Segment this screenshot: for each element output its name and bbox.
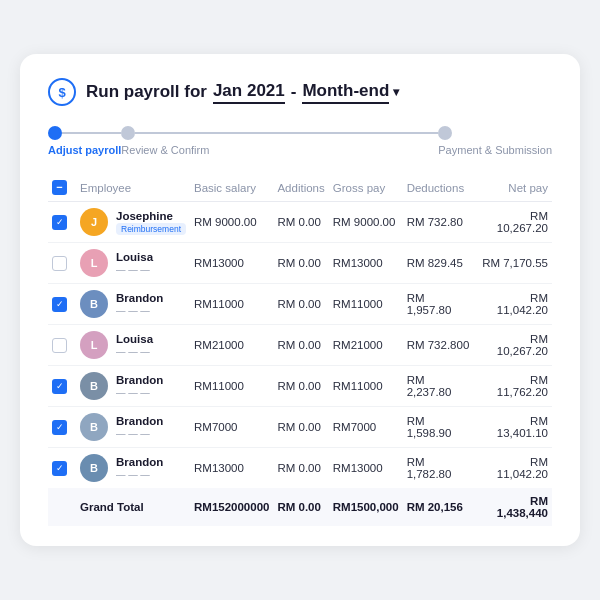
step-3: Payment & Submission: [438, 126, 552, 156]
additions-2: RM 0.00: [273, 284, 328, 325]
col-basic: Basic salary: [190, 174, 273, 202]
avatar: L: [80, 249, 108, 277]
employee-name: Louisa: [116, 251, 153, 263]
deductions-0: RM 732.80: [403, 202, 476, 243]
row-checkbox-2[interactable]: ✓: [48, 284, 76, 325]
col-employee: Employee: [76, 174, 190, 202]
net-pay-4: RM 11,762.20: [475, 366, 552, 407]
app-logo-icon: $: [48, 78, 76, 106]
table-row: ✓ B Brandon — — — RM11000RM 0.00RM11000R…: [48, 284, 552, 325]
employee-subtitle: — — —: [116, 469, 150, 480]
avatar: B: [80, 372, 108, 400]
table-header: − Employee Basic salary Additions Gross …: [48, 174, 552, 202]
employee-name: Louisa: [116, 333, 153, 345]
employee-cell-5: B Brandon — — —: [76, 407, 190, 448]
col-gross: Gross pay: [329, 174, 403, 202]
employee-name: Josephine: [116, 210, 186, 222]
select-all-checkbox[interactable]: −: [52, 180, 67, 195]
gross-pay-6: RM13000: [329, 448, 403, 489]
step-3-dot: [438, 126, 452, 140]
row-checkbox-3[interactable]: [48, 325, 76, 366]
basic-salary-6: RM13000: [190, 448, 273, 489]
checkbox-checked[interactable]: ✓: [52, 461, 67, 476]
row-checkbox-5[interactable]: ✓: [48, 407, 76, 448]
footer-additions: RM 0.00: [273, 488, 328, 526]
net-pay-3: RM 10,267.20: [475, 325, 552, 366]
additions-6: RM 0.00: [273, 448, 328, 489]
additions-3: RM 0.00: [273, 325, 328, 366]
additions-4: RM 0.00: [273, 366, 328, 407]
table-row: ✓ B Brandon — — — RM7000RM 0.00RM7000RM …: [48, 407, 552, 448]
header: $ Run payroll for Jan 2021 - Month-end ▾: [48, 78, 552, 106]
employee-subtitle: — — —: [116, 264, 150, 275]
employee-subtitle: — — —: [116, 428, 150, 439]
deductions-5: RM 1,598.90: [403, 407, 476, 448]
checkbox-checked[interactable]: ✓: [52, 420, 67, 435]
deductions-3: RM 732.800: [403, 325, 476, 366]
col-checkbox: −: [48, 174, 76, 202]
svg-text:$: $: [58, 85, 66, 100]
table-row: L Louisa — — — RM13000RM 0.00RM13000RM 8…: [48, 243, 552, 284]
reimbursement-badge: Reimbursement: [116, 223, 186, 235]
employee-cell-6: B Brandon — — —: [76, 448, 190, 489]
net-pay-2: RM 11,042.20: [475, 284, 552, 325]
step-2-dot: [121, 126, 135, 140]
table-row: ✓ B Brandon — — — RM11000RM 0.00RM11000R…: [48, 366, 552, 407]
checkbox-unchecked[interactable]: [52, 256, 67, 271]
table-body: ✓ J Josephine Reimbursement RM 9000.00RM…: [48, 202, 552, 489]
table-row: ✓ J Josephine Reimbursement RM 9000.00RM…: [48, 202, 552, 243]
table-row: L Louisa — — — RM21000RM 0.00RM21000RM 7…: [48, 325, 552, 366]
col-net: Net pay: [475, 174, 552, 202]
row-checkbox-6[interactable]: ✓: [48, 448, 76, 489]
step-1-label: Adjust payroll: [48, 144, 121, 156]
employee-name: Brandon: [116, 292, 163, 304]
table-row: ✓ B Brandon — — — RM13000RM 0.00RM13000R…: [48, 448, 552, 489]
deductions-4: RM 2,237.80: [403, 366, 476, 407]
gross-pay-5: RM7000: [329, 407, 403, 448]
gross-pay-4: RM11000: [329, 366, 403, 407]
checkbox-checked[interactable]: ✓: [52, 215, 67, 230]
checkbox-unchecked[interactable]: [52, 338, 67, 353]
deductions-6: RM 1,782.80: [403, 448, 476, 489]
row-checkbox-0[interactable]: ✓: [48, 202, 76, 243]
steps-progress: Adjust payroll Review & Confirm Payment …: [48, 126, 552, 156]
employee-subtitle: — — —: [116, 305, 150, 316]
footer-empty-cb: [48, 488, 76, 526]
gross-pay-3: RM21000: [329, 325, 403, 366]
step-1-dot: [48, 126, 62, 140]
period-type-dropdown-icon[interactable]: ▾: [393, 85, 399, 99]
period-selector[interactable]: Jan 2021: [213, 81, 285, 104]
avatar: B: [80, 290, 108, 318]
checkbox-checked[interactable]: ✓: [52, 379, 67, 394]
footer-net: RM 1,438,440: [475, 488, 552, 526]
title-prefix: Run payroll for: [86, 82, 207, 102]
footer-label: Grand Total: [76, 488, 190, 526]
footer-gross: RM1500,000: [329, 488, 403, 526]
employee-name: Brandon: [116, 374, 163, 386]
avatar: B: [80, 413, 108, 441]
net-pay-0: RM 10,267.20: [475, 202, 552, 243]
row-checkbox-4[interactable]: ✓: [48, 366, 76, 407]
additions-5: RM 0.00: [273, 407, 328, 448]
step-2: Review & Confirm: [121, 126, 438, 156]
basic-salary-0: RM 9000.00: [190, 202, 273, 243]
employee-cell-3: L Louisa — — —: [76, 325, 190, 366]
net-pay-1: RM 7,170.55: [475, 243, 552, 284]
additions-0: RM 0.00: [273, 202, 328, 243]
basic-salary-4: RM11000: [190, 366, 273, 407]
basic-salary-2: RM11000: [190, 284, 273, 325]
checkbox-checked[interactable]: ✓: [52, 297, 67, 312]
footer-basic: RM152000000: [190, 488, 273, 526]
payroll-card: $ Run payroll for Jan 2021 - Month-end ▾…: [20, 54, 580, 546]
row-checkbox-1[interactable]: [48, 243, 76, 284]
net-pay-5: RM 13,401.10: [475, 407, 552, 448]
period-type-selector[interactable]: Month-end: [302, 81, 389, 104]
gross-pay-1: RM13000: [329, 243, 403, 284]
deductions-1: RM 829.45: [403, 243, 476, 284]
step-1: Adjust payroll: [48, 126, 121, 156]
connector-1: [62, 132, 121, 134]
basic-salary-1: RM13000: [190, 243, 273, 284]
basic-salary-3: RM21000: [190, 325, 273, 366]
connector-2: [135, 132, 438, 134]
step-2-label: Review & Confirm: [121, 144, 209, 156]
